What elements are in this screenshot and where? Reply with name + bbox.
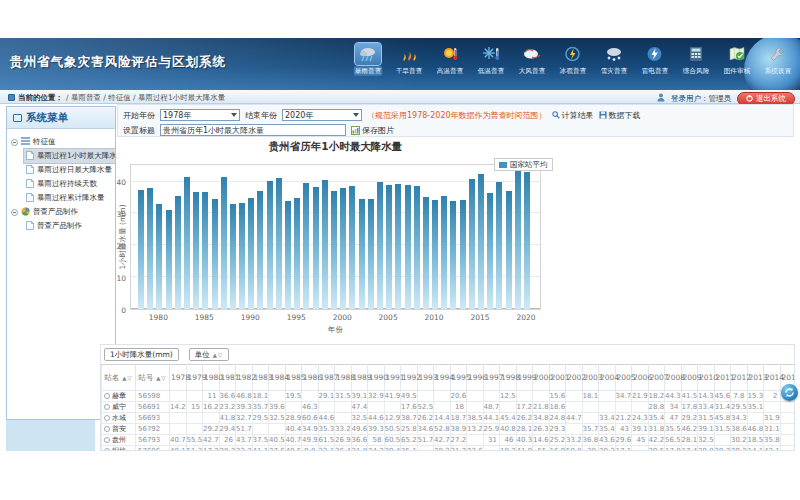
row-expander-icon[interactable] [104, 415, 110, 421]
year-column-header[interactable]: 2007 [648, 365, 665, 391]
floating-refresh-button[interactable] [781, 384, 798, 401]
value-cell: 28.2 [219, 446, 236, 452]
start-year-select[interactable]: 1978年 [160, 109, 240, 121]
nav-item-rainstorm[interactable]: 暴雨普查 [347, 41, 388, 76]
year-column-header[interactable]: 1982 [236, 365, 253, 391]
end-year-select[interactable]: 2020年 [282, 109, 362, 121]
value-cell: 18 [450, 402, 467, 413]
year-column-header[interactable]: 1993 [417, 365, 434, 391]
nav-item-drought[interactable]: 干旱普查 [388, 41, 429, 76]
year-column-header[interactable]: 2002 [566, 365, 583, 391]
year-column-header[interactable]: 1986 [302, 365, 319, 391]
station-name-header[interactable]: 站名 ▲▽ [102, 365, 136, 391]
row-expander-icon[interactable] [104, 448, 110, 451]
nav-item-gale[interactable]: 大风普查 [511, 41, 552, 76]
row-expander-icon[interactable] [104, 393, 110, 399]
data-download-button[interactable]: 数据下载 [599, 110, 641, 121]
document-icon [26, 221, 34, 232]
year-column-header[interactable]: 1998 [500, 365, 517, 391]
save-image-button[interactable]: 保存图片 [351, 125, 394, 136]
year-column-header[interactable]: 2001 [549, 365, 566, 391]
nav-item-snow[interactable]: 雪灾普查 [593, 41, 634, 76]
chart-title: 贵州省历年1小时最大降水量 [130, 140, 541, 154]
year-column-header[interactable]: 2006 [632, 365, 649, 391]
tree-group-survey-products[interactable]: 普查产品制作 [11, 205, 115, 219]
expander-icon[interactable] [11, 209, 18, 216]
row-expander-icon[interactable] [104, 426, 110, 432]
year-column-header[interactable]: 1996 [467, 365, 484, 391]
station-name-cell: 盘州 [102, 435, 136, 446]
station-id-cell: 56792 [136, 424, 170, 435]
value-cell: 36.4 [335, 446, 352, 452]
year-column-header[interactable]: 1992 [401, 365, 418, 391]
tree-group-feature-values[interactable]: 特征值 [11, 135, 115, 149]
nav-item-system-settings[interactable]: 系统设置 [757, 41, 798, 76]
year-column-header[interactable]: 2014 [764, 365, 781, 391]
tree-item-feature-values-0[interactable]: 暴雨过程1小时最大降水量 [24, 149, 115, 163]
year-column-header[interactable]: 2012 [731, 365, 748, 391]
year-column-header[interactable]: 1989 [351, 365, 368, 391]
sort-icons[interactable]: ▲▽ [153, 375, 166, 381]
year-column-header[interactable]: 1980 [203, 365, 220, 391]
bar-1987 [221, 177, 227, 309]
year-column-header[interactable]: 1981 [219, 365, 236, 391]
bar-2002 [359, 199, 365, 309]
year-column-header[interactable]: 2004 [599, 365, 616, 391]
nav-item-high-temp[interactable]: 高温普查 [429, 41, 470, 76]
year-column-header[interactable]: 1999 [516, 365, 533, 391]
year-column-header[interactable]: 1994 [434, 365, 451, 391]
year-column-header[interactable]: 2000 [533, 365, 550, 391]
value-cell: 35.3 [318, 424, 335, 435]
bar-1991 [257, 191, 263, 309]
nav-item-label: 暴雨普查 [353, 66, 382, 76]
year-column-header[interactable]: 1979 [186, 365, 203, 391]
year-column-header[interactable]: 2009 [681, 365, 698, 391]
year-column-header[interactable]: 2010 [698, 365, 715, 391]
year-column-header[interactable]: 2003 [582, 365, 599, 391]
unit-pill[interactable]: 单位▲▽ [189, 348, 229, 361]
year-column-header[interactable]: 1984 [269, 365, 286, 391]
nav-item-hail[interactable]: 冰雹普查 [552, 41, 593, 76]
row-expander-icon[interactable] [104, 437, 110, 443]
value-cell: 34.7 [615, 391, 632, 402]
value-cell: 43 [615, 424, 632, 435]
year-column-header[interactable]: 1985 [285, 365, 302, 391]
nav-item-lightning[interactable]: 雷电普查 [634, 41, 675, 76]
year-column-header[interactable]: 1997 [483, 365, 500, 391]
year-column-header[interactable]: 2013 [747, 365, 764, 391]
year-column-header[interactable]: 1987 [318, 365, 335, 391]
year-column-header[interactable]: 2005 [615, 365, 632, 391]
year-column-header[interactable]: 1978 [170, 365, 187, 391]
nav-item-map-review[interactable]: 图件审核 [716, 41, 757, 76]
tree-item-feature-values-2[interactable]: 暴雨过程持续天数 [24, 177, 115, 191]
station-id-header[interactable]: 站号 ▲▽ [136, 365, 170, 391]
value-cell: 33.1 [318, 446, 335, 452]
tree-item-survey-products-0[interactable]: 普查产品制作 [24, 219, 115, 233]
field-pill[interactable]: 1小时降水量(mm) [104, 348, 179, 361]
chart-title-input[interactable] [160, 124, 346, 136]
value-cell: 31.1 [764, 424, 781, 435]
value-cell: 18.1 [582, 391, 599, 402]
year-column-header[interactable]: 1983 [252, 365, 269, 391]
tree-item-feature-values-1[interactable]: 暴雨过程日最大降水量 [24, 163, 115, 177]
row-expander-icon[interactable] [104, 404, 110, 410]
year-column-header[interactable]: 1988 [335, 365, 352, 391]
value-cell: 31.5 [714, 424, 731, 435]
year-column-header[interactable]: 2011 [714, 365, 731, 391]
calculate-button[interactable]: 计算结果 [552, 110, 594, 121]
value-cell: 45.8 [714, 413, 731, 424]
tree-item-feature-values-3[interactable]: 暴雨过程累计降水量 [24, 191, 115, 205]
year-column-header[interactable]: 1990 [368, 365, 385, 391]
nav-item-comprehensive-risk[interactable]: 综合风险 [675, 41, 716, 76]
sort-icons[interactable]: ▲▽ [119, 375, 132, 381]
year-column-header[interactable]: 1991 [384, 365, 401, 391]
year-column-header[interactable]: 2008 [665, 365, 682, 391]
value-cell [170, 413, 187, 424]
chart-legend[interactable]: 国家站平均 [494, 158, 553, 171]
year-column-header[interactable]: 1995 [450, 365, 467, 391]
nav-item-low-temp[interactable]: 低温普查 [470, 41, 511, 76]
value-cell: 30.2 [731, 435, 748, 446]
expander-icon[interactable] [11, 139, 18, 146]
value-cell: 50.5 [384, 424, 401, 435]
value-cell: 29.8 [698, 446, 715, 452]
